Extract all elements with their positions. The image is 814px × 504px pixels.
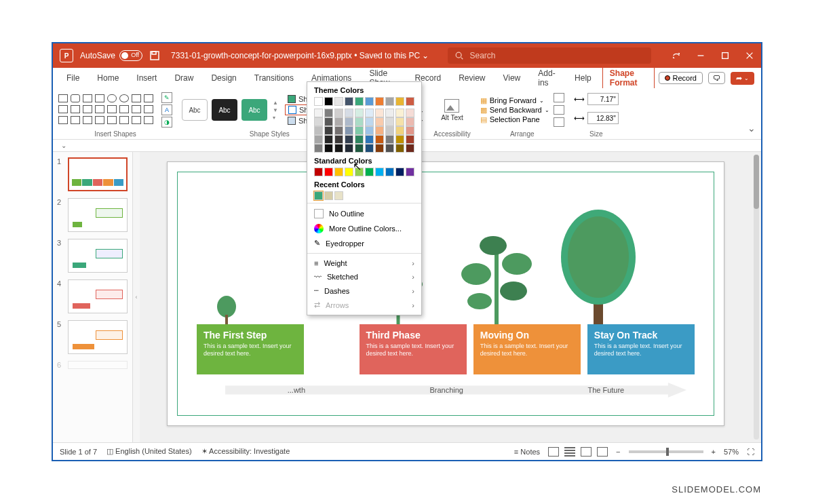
save-icon[interactable] xyxy=(149,50,160,61)
reading-view-icon[interactable] xyxy=(581,447,592,457)
color-swatch[interactable] xyxy=(375,126,384,135)
color-swatch[interactable] xyxy=(314,168,323,176)
rotate-button[interactable] xyxy=(554,117,564,127)
toggle-icon[interactable]: Off xyxy=(119,50,142,61)
tab-transitions[interactable]: Transitions xyxy=(248,71,301,85)
collapse-ribbon-icon[interactable]: ⌄ xyxy=(748,91,756,138)
color-swatch[interactable] xyxy=(345,144,353,153)
edit-shape-icon[interactable]: ✎ xyxy=(161,92,172,103)
color-swatch[interactable] xyxy=(345,117,353,126)
slide-counter[interactable]: Slide 1 of 7 xyxy=(60,448,97,456)
tab-view[interactable]: View xyxy=(496,71,527,85)
color-swatch[interactable] xyxy=(395,117,404,126)
merge-shapes-icon[interactable]: ◑ xyxy=(161,117,172,128)
sorter-view-icon[interactable] xyxy=(564,447,575,457)
color-swatch[interactable] xyxy=(334,144,343,153)
bring-forward-button[interactable]: ▦Bring Forward ⌄ xyxy=(480,96,549,105)
normal-view-icon[interactable] xyxy=(548,447,559,457)
pane-splitter[interactable]: ‹ xyxy=(133,152,140,442)
color-swatch[interactable] xyxy=(355,126,364,135)
slideshow-view-icon[interactable] xyxy=(597,447,608,457)
card-4[interactable]: Moving OnThis is a sample text. Insert y… xyxy=(473,324,581,374)
color-swatch[interactable] xyxy=(365,126,374,135)
search-input[interactable]: Search xyxy=(448,47,651,64)
color-swatch[interactable] xyxy=(355,97,364,106)
color-swatch[interactable] xyxy=(385,109,394,117)
shapes-gallery[interactable] xyxy=(58,94,155,125)
color-swatch[interactable] xyxy=(345,126,353,135)
comments-button[interactable]: 🗨 xyxy=(708,72,725,84)
color-swatch[interactable] xyxy=(345,109,353,117)
color-swatch[interactable] xyxy=(355,109,364,117)
tab-insert[interactable]: Insert xyxy=(130,71,163,85)
color-swatch[interactable] xyxy=(324,191,333,200)
color-swatch[interactable] xyxy=(365,97,374,106)
thumbnail-6[interactable]: 6 xyxy=(57,361,128,369)
color-swatch[interactable] xyxy=(375,144,384,153)
color-swatch[interactable] xyxy=(406,109,414,117)
color-swatch[interactable] xyxy=(355,135,364,144)
thumbnail-4[interactable]: 4 xyxy=(57,279,128,313)
card-1[interactable]: The First StepThis is a sample text. Ins… xyxy=(197,324,304,374)
more-icon[interactable]: ▾ xyxy=(273,115,278,121)
color-swatch[interactable] xyxy=(385,126,394,135)
color-swatch[interactable] xyxy=(324,117,333,126)
color-swatch[interactable] xyxy=(314,117,323,126)
style-chip[interactable]: Abc xyxy=(182,99,208,121)
color-swatch[interactable] xyxy=(314,126,323,135)
chevron-down-icon[interactable]: ▼ xyxy=(273,107,278,113)
tab-file[interactable]: File xyxy=(60,71,86,85)
color-swatch[interactable] xyxy=(324,109,333,117)
tab-draw[interactable]: Draw xyxy=(168,71,200,85)
tab-shape-format[interactable]: Shape Format xyxy=(602,65,655,91)
color-swatch[interactable] xyxy=(395,144,404,153)
record-button[interactable]: Record xyxy=(659,72,703,84)
color-swatch[interactable] xyxy=(334,117,343,126)
color-swatch[interactable] xyxy=(334,135,343,144)
color-swatch[interactable] xyxy=(385,144,394,153)
color-swatch[interactable] xyxy=(334,109,343,117)
color-swatch[interactable] xyxy=(395,97,404,106)
color-swatch[interactable] xyxy=(365,109,374,117)
tab-addins[interactable]: Add-ins xyxy=(531,66,564,90)
close-icon[interactable] xyxy=(745,51,754,60)
zoom-slider[interactable] xyxy=(629,450,703,453)
color-swatch[interactable] xyxy=(406,97,414,106)
group-button[interactable] xyxy=(554,105,564,115)
color-swatch[interactable] xyxy=(365,135,374,144)
color-swatch[interactable] xyxy=(334,97,343,106)
text-box-icon[interactable]: A xyxy=(161,104,172,115)
notes-button[interactable]: ≡ Notes xyxy=(514,448,540,456)
style-chip[interactable]: Abc xyxy=(241,99,267,121)
eyedropper-item[interactable]: ✎Eyedropper xyxy=(307,236,421,250)
color-swatch[interactable] xyxy=(334,168,343,176)
align-button[interactable] xyxy=(554,93,564,102)
color-swatch[interactable] xyxy=(324,168,333,176)
color-swatch[interactable] xyxy=(314,135,323,144)
zoom-out-icon[interactable]: − xyxy=(616,448,620,456)
color-swatch[interactable] xyxy=(385,97,394,106)
color-swatch[interactable] xyxy=(406,144,414,153)
color-swatch[interactable] xyxy=(375,109,384,117)
height-input[interactable]: ⟷ xyxy=(574,93,619,105)
tab-review[interactable]: Review xyxy=(452,71,492,85)
thumbnail-3[interactable]: 3 xyxy=(57,239,128,273)
send-backward-button[interactable]: ▩Send Backward ⌄ xyxy=(480,106,549,115)
color-swatch[interactable] xyxy=(365,144,374,153)
slide-canvas[interactable]: The First StepThis is a sample text. Ins… xyxy=(167,161,724,426)
card-3[interactable]: Third PhaseThis is a sample text. Insert… xyxy=(360,324,467,374)
shape-style-gallery[interactable]: Abc Abc Abc xyxy=(182,99,267,121)
tab-help[interactable]: Help xyxy=(568,71,598,85)
no-outline-item[interactable]: No Outline xyxy=(307,206,421,221)
vertical-scrollbar[interactable] xyxy=(752,152,761,442)
color-swatch[interactable] xyxy=(345,135,353,144)
color-swatch[interactable] xyxy=(385,168,394,176)
color-swatch[interactable] xyxy=(406,168,414,176)
color-swatch[interactable] xyxy=(406,117,414,126)
color-swatch[interactable] xyxy=(365,168,374,176)
color-swatch[interactable] xyxy=(324,126,333,135)
color-swatch[interactable] xyxy=(385,135,394,144)
color-swatch[interactable] xyxy=(345,97,353,106)
color-swatch[interactable] xyxy=(324,144,333,153)
coming-soon-icon[interactable] xyxy=(672,51,681,60)
